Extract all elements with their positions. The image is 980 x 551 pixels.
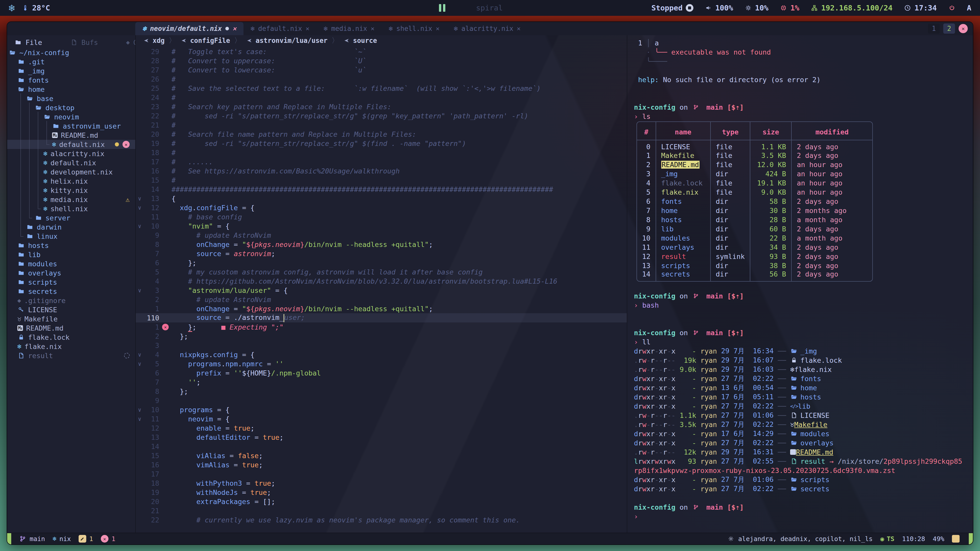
tree-item-desktop[interactable]: desktop xyxy=(7,103,135,112)
tree-item-Makefile[interactable]: ♉Makefile xyxy=(7,314,135,324)
editor-line[interactable]: 9 xyxy=(136,396,627,405)
editor-line[interactable]: 6 prefix = ''${HOME}/.npm-global xyxy=(136,368,627,378)
fold-icon[interactable]: ∨ xyxy=(136,351,143,358)
tab-page-2[interactable]: 2 xyxy=(943,24,955,34)
tree-item-astronvim_user[interactable]: astronvim_user xyxy=(7,121,135,130)
editor-line[interactable]: ∨13{ xyxy=(136,194,627,203)
tree-item-development.nix[interactable]: ❄development.nix xyxy=(7,167,135,176)
tree-item-nix-config[interactable]: ~/nix-config xyxy=(7,48,135,57)
fold-icon[interactable]: ∨ xyxy=(136,195,143,202)
pause-icon[interactable] xyxy=(439,4,445,12)
editor-line[interactable]: 23# Search key pattern and Replace in Mu… xyxy=(136,102,627,111)
tab-page-1[interactable]: 1 xyxy=(928,24,940,34)
tree-item-scripts[interactable]: scripts xyxy=(7,278,135,287)
editor-line[interactable]: 18# xyxy=(136,148,627,157)
neotree-source-git[interactable]: ◆Git xyxy=(126,38,135,46)
volume-widget[interactable]: 100% xyxy=(705,3,733,12)
cpu-widget[interactable]: 1% xyxy=(780,3,799,12)
buffer-close-icon[interactable]: ✕ xyxy=(436,25,439,32)
editor-line-current[interactable]: 110 source = ./astronvim_user; xyxy=(136,313,627,322)
breadcrumb-item[interactable]: source xyxy=(343,37,377,44)
editor-line[interactable]: 20 extraPackages = []; xyxy=(136,497,627,506)
tree-item-README.md[interactable]: M↓README.md xyxy=(7,130,135,140)
editor-line[interactable]: 1✕ }; ■ Expecting ";" xyxy=(136,322,627,332)
clock-widget[interactable]: 17:34 xyxy=(904,3,937,12)
buffer-close-icon[interactable]: ✕ xyxy=(371,25,374,32)
network-widget[interactable]: 192.168.5.100/24 xyxy=(811,3,892,12)
breadcrumb-item[interactable]: astronvim/lua/user xyxy=(245,37,328,44)
statusline-errors[interactable]: ✕ 1 xyxy=(101,535,115,543)
statusline-modified[interactable]: 1 xyxy=(79,535,93,543)
buffer-close-icon[interactable]: ✕ xyxy=(306,25,309,32)
tree-item-darwin[interactable]: darwin xyxy=(7,222,135,232)
tree-item-kitty.nix[interactable]: ❄kitty.nix xyxy=(7,186,135,195)
editor-line[interactable]: 28# Convert to uppercase: `U` xyxy=(136,56,627,65)
tree-item-overlays[interactable]: overlays xyxy=(7,268,135,278)
editor-line[interactable]: 5 # my cusotom astronvim config, astronv… xyxy=(136,267,627,276)
editor-line[interactable]: 18 withPython3 = true; xyxy=(136,478,627,488)
editor-line[interactable]: 19 withNodeJs = true; xyxy=(136,488,627,497)
fold-icon[interactable]: ∨ xyxy=(136,361,143,367)
fold-icon[interactable]: ∨ xyxy=(136,287,143,294)
editor-line[interactable]: ∨3 "astronvim/lua/user" = { xyxy=(136,286,627,295)
editor-buffer[interactable]: 29# Toggle text's case: `~`28# Convert t… xyxy=(136,46,627,533)
editor-line[interactable]: ∨10 programs = { xyxy=(136,405,627,414)
editor-line[interactable]: 17 xyxy=(136,469,627,478)
neotree-source-bufs[interactable]: Bufs xyxy=(70,38,98,46)
editor-line[interactable]: 14######################################… xyxy=(136,185,627,194)
editor-line[interactable]: 2 # update AstroNvim xyxy=(136,295,627,304)
editor-line[interactable]: ∨5 programs.npm.npmrc = '' xyxy=(136,359,627,368)
editor-line[interactable]: 14 xyxy=(136,442,627,451)
tab-close-button[interactable]: ✕ xyxy=(959,24,968,33)
editor-line[interactable]: 12 enable = true; xyxy=(136,424,627,433)
power-icon[interactable] xyxy=(948,4,956,12)
keyboard-layout[interactable]: A xyxy=(967,3,971,12)
tree-item-LICENSE[interactable]: LICENSE xyxy=(7,305,135,314)
tree-item-shell.nix[interactable]: ❄shell.nix xyxy=(7,204,135,213)
tree-item-media.nix[interactable]: ❄media.nix⚠ xyxy=(7,195,135,204)
statusline-lsp[interactable]: alejandra, deadnix, copilot, nil_ls xyxy=(727,535,873,543)
editor-line[interactable]: 8 onChange = "${pkgs.neovim}/bin/nvim --… xyxy=(136,240,627,249)
editor-line[interactable]: 4 # https://github.com/AstroNvim/AstroNv… xyxy=(136,276,627,286)
editor-line[interactable]: 7 ''; xyxy=(136,378,627,387)
tree-item-flake.nix[interactable]: ❄flake.nix xyxy=(7,342,135,351)
editor-line[interactable]: ∨12 xdg.configFile = { xyxy=(136,203,627,212)
fold-icon[interactable]: ∨ xyxy=(136,223,143,229)
buffer-tab[interactable]: ❄alacritty.nix✕ xyxy=(447,22,528,35)
editor-line[interactable]: 7 source = astronvim; xyxy=(136,249,627,258)
editor-line[interactable]: 6 }; xyxy=(136,258,627,267)
tree-item-modules[interactable]: modules xyxy=(7,259,135,268)
tree-item-secrets[interactable]: secrets xyxy=(7,287,135,296)
tree-item-fonts[interactable]: fonts xyxy=(7,76,135,85)
editor-line[interactable]: ∨11 neovim = { xyxy=(136,414,627,424)
fold-icon[interactable]: ∨ xyxy=(136,416,143,422)
editor-line[interactable]: 9 # update AstroNvim xyxy=(136,230,627,240)
editor-line[interactable]: 15# xyxy=(136,176,627,185)
buffer-tab[interactable]: ❄default.nix✕ xyxy=(243,22,317,35)
tree-item-default.nix[interactable]: ❄default.nix✕ xyxy=(7,140,135,149)
buffer-close-icon[interactable]: ✕ xyxy=(517,25,520,32)
close-icon[interactable]: ✕ xyxy=(123,141,130,148)
tree-item-neovim[interactable]: neovim xyxy=(7,112,135,121)
tree-item-base[interactable]: base xyxy=(7,94,135,103)
tree-item-README.md[interactable]: M↓README.md xyxy=(7,324,135,333)
fold-icon[interactable]: ∨ xyxy=(136,407,143,413)
buffer-tab[interactable]: ❄neovim/default.nix✕ xyxy=(135,22,243,35)
editor-line[interactable]: 20# Search file name pattern and Replace… xyxy=(136,130,627,139)
tree-item-linux[interactable]: linux xyxy=(7,232,135,241)
tree-item-home[interactable]: home xyxy=(7,85,135,94)
buffer-tab[interactable]: ❄shell.nix✕ xyxy=(382,22,447,35)
editor-line[interactable]: 26# xyxy=(136,75,627,84)
media-widget[interactable]: Stopped xyxy=(651,3,693,12)
editor-line[interactable]: 15 viAlias = false; xyxy=(136,451,627,460)
tree-item-helix.nix[interactable]: ❄helix.nix xyxy=(7,176,135,186)
tree-item-alacritty.nix[interactable]: ❄alacritty.nix xyxy=(7,149,135,158)
memory-widget[interactable]: 10% xyxy=(745,3,768,12)
breadcrumb-item[interactable]: configFile xyxy=(180,37,230,44)
fold-icon[interactable]: ∨ xyxy=(136,205,143,211)
tree-item-.git[interactable]: .git xyxy=(7,57,135,66)
workspace-label[interactable]: spiral xyxy=(476,3,503,12)
editor-line[interactable]: 11 # base config xyxy=(136,212,627,221)
editor-line[interactable]: 16 vimAlias = true; xyxy=(136,460,627,469)
editor-line[interactable]: 16# See https://astronvim.com/Basic%20Us… xyxy=(136,166,627,176)
